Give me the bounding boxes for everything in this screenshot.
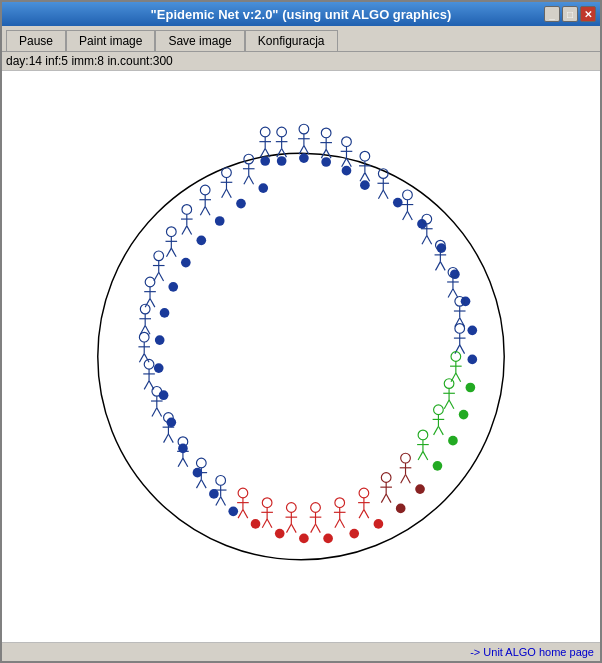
person-figure — [433, 405, 445, 435]
infection-dot — [193, 468, 203, 478]
infection-dot — [450, 269, 460, 279]
pause-button[interactable]: Pause — [6, 30, 66, 51]
infection-dot — [251, 519, 261, 529]
person-figure — [417, 430, 429, 460]
infection-dot — [260, 156, 270, 166]
person-figure — [400, 453, 412, 483]
person-figure — [163, 413, 175, 443]
infection-dot — [461, 296, 471, 306]
person-figure — [259, 127, 271, 157]
person-figure — [341, 137, 353, 167]
infection-dot — [415, 484, 425, 494]
infection-dot — [323, 534, 333, 544]
infection-dot — [374, 519, 384, 529]
infection-dot — [299, 534, 309, 544]
infection-dot — [178, 444, 188, 454]
infection-dot — [154, 363, 164, 373]
infection-dot — [160, 308, 170, 318]
infection-dot — [448, 436, 458, 446]
infection-dot — [258, 183, 268, 193]
person-figure — [310, 503, 322, 533]
infection-dot — [433, 461, 443, 471]
person-figure — [181, 205, 193, 235]
person-figure — [237, 488, 249, 518]
svg-line-20 — [20, 76, 25, 85]
infection-dot — [277, 156, 287, 166]
person-figure — [443, 379, 455, 409]
person-figure — [276, 127, 288, 157]
infection-dot — [159, 390, 169, 400]
person-figure — [359, 151, 371, 181]
svg-line-9 — [16, 76, 21, 85]
person-figure — [380, 473, 392, 503]
person-figure — [334, 498, 346, 528]
close-button[interactable]: ✕ — [580, 6, 596, 22]
infection-dot — [360, 180, 370, 190]
svg-line-15 — [20, 76, 25, 85]
person-figure — [153, 251, 165, 281]
person-figure — [298, 124, 310, 154]
person-figure — [261, 498, 273, 528]
person-figure — [320, 128, 332, 158]
minimize-button[interactable]: _ — [544, 6, 560, 22]
svg-line-10 — [20, 76, 25, 85]
toolbar: Pause Paint image Save image Konfiguracj… — [2, 26, 600, 52]
title-bar: "Epidemic Net v:2.0" (using unit ALGO gr… — [2, 2, 600, 26]
person-figure — [199, 185, 211, 215]
paint-image-button[interactable]: Paint image — [66, 30, 155, 51]
bottom-bar: -> Unit ALGO home page — [2, 642, 600, 661]
person-figure — [402, 190, 414, 220]
svg-line-19 — [16, 76, 21, 85]
konfiguracja-button[interactable]: Konfiguracja — [245, 30, 338, 51]
infection-dot — [393, 198, 403, 208]
svg-point-0 — [98, 153, 504, 559]
person-figure — [454, 324, 466, 354]
infection-dot — [342, 166, 352, 176]
infection-dot — [466, 383, 476, 393]
person-figure — [450, 352, 462, 382]
person-figure — [221, 168, 233, 198]
infection-dot — [467, 355, 477, 365]
infection-dot — [228, 507, 238, 517]
infection-dot — [168, 282, 178, 292]
infection-dot — [299, 153, 309, 163]
person-figure — [144, 277, 156, 307]
infection-dot — [236, 199, 246, 209]
person-figure — [143, 359, 155, 389]
person-figure — [138, 332, 150, 362]
restore-button[interactable]: □ — [562, 6, 578, 22]
window-controls: _ □ ✕ — [544, 6, 596, 22]
status-text: day:14 inf:5 imm:8 in.count:300 — [6, 54, 173, 68]
person-figure — [421, 214, 433, 244]
infection-dot — [396, 504, 406, 514]
infection-dot — [275, 529, 285, 539]
save-image-button[interactable]: Save image — [155, 30, 244, 51]
person-figure — [166, 227, 178, 257]
svg-line-4 — [16, 76, 21, 85]
infection-dot — [321, 157, 331, 167]
unit-algo-link[interactable]: -> Unit ALGO home page — [470, 646, 594, 658]
svg-line-14 — [16, 76, 21, 85]
infection-dot — [209, 489, 219, 499]
infection-dot — [181, 258, 191, 268]
main-window: "Epidemic Net v:2.0" (using unit ALGO gr… — [0, 0, 602, 663]
person-figure — [139, 304, 151, 334]
svg-line-5 — [20, 76, 25, 85]
epidemic-visualization — [2, 71, 600, 642]
infection-dot — [155, 335, 165, 345]
infection-dot — [166, 417, 176, 427]
infection-dot — [467, 326, 477, 336]
status-bar: day:14 inf:5 imm:8 in.count:300 — [2, 52, 600, 71]
infection-dot — [459, 410, 469, 420]
window-title: "Epidemic Net v:2.0" (using unit ALGO gr… — [151, 7, 452, 22]
infection-dot — [349, 529, 359, 539]
person-figure — [151, 387, 163, 417]
person-figure — [358, 488, 370, 518]
infection-dot — [215, 216, 225, 226]
canvas-area — [2, 71, 600, 642]
person-figure — [286, 503, 298, 533]
infection-dot — [196, 236, 206, 246]
